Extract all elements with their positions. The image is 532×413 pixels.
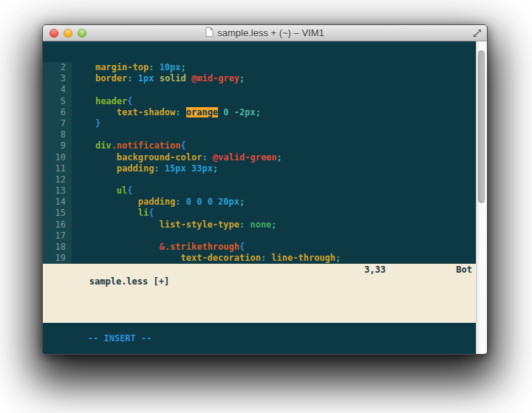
- scrollbar-track[interactable]: [476, 41, 487, 354]
- vim-window: sample.less + (~) – VIM1 2 margin-top: 1…: [42, 24, 488, 355]
- code-text: [72, 84, 74, 95]
- code-text: list-style-type: none;: [72, 219, 277, 231]
- code-line[interactable]: 17: [43, 231, 476, 242]
- line-number: 2: [43, 62, 72, 73]
- titlebar[interactable]: sample.less + (~) – VIM1: [43, 25, 487, 41]
- statusline-scroll-position: Bot: [456, 264, 472, 276]
- vim-commandline: -- INSERT --: [43, 323, 476, 354]
- editor-column: 2 margin-top: 10px;3 border: 1px solid @…: [43, 41, 476, 354]
- code-line[interactable]: 7 }: [43, 118, 476, 129]
- line-number: 18: [43, 242, 72, 253]
- window-title: sample.less + (~) – VIM1: [217, 27, 324, 38]
- document-icon: [205, 27, 214, 39]
- code-line[interactable]: 8: [43, 129, 476, 140]
- code-text: text-shadow: orange 0 -2px;: [72, 107, 261, 118]
- code-text: [72, 231, 74, 242]
- line-number: 17: [43, 231, 72, 242]
- window-title-area: sample.less + (~) – VIM1: [205, 27, 324, 39]
- statusline-filename: sample.less [+]: [89, 276, 169, 287]
- code-line[interactable]: 13 ul{: [43, 185, 476, 197]
- code-text: [72, 129, 74, 140]
- code-line[interactable]: 18 &.strikethrough{: [43, 242, 476, 253]
- code-line[interactable]: 12: [43, 174, 476, 185]
- window-content: 2 margin-top: 10px;3 border: 1px solid @…: [43, 41, 487, 354]
- code-text: }: [72, 118, 100, 129]
- line-number: 13: [43, 185, 72, 197]
- line-number: 14: [43, 197, 72, 208]
- line-number: 10: [43, 152, 72, 163]
- code-line[interactable]: 14 padding: 0 0 0 20px;: [43, 197, 476, 208]
- code-line[interactable]: 9 div.notification{: [43, 140, 476, 151]
- vim-statusline: sample.less [+] 3,33 Bot: [43, 264, 476, 323]
- code-lines: 2 margin-top: 10px;3 border: 1px solid @…: [43, 62, 476, 264]
- line-number: 3: [43, 73, 72, 84]
- line-number: 7: [43, 118, 72, 129]
- search-highlight: orange: [186, 107, 218, 117]
- zoom-button[interactable]: [78, 29, 86, 38]
- code-text: ul{: [72, 185, 132, 197]
- code-text: li{: [72, 208, 154, 219]
- code-line[interactable]: 16 list-style-type: none;: [43, 219, 476, 231]
- close-button[interactable]: [50, 29, 58, 38]
- code-text: margin-top: 10px;: [72, 62, 186, 73]
- code-line[interactable]: 11 padding: 15px 33px;: [43, 163, 476, 174]
- minimize-button[interactable]: [64, 29, 72, 38]
- line-number: 6: [43, 107, 72, 118]
- code-line[interactable]: 5 header{: [43, 96, 476, 107]
- code-text: header{: [72, 96, 133, 107]
- line-number: 8: [43, 129, 72, 140]
- editor[interactable]: 2 margin-top: 10px;3 border: 1px solid @…: [43, 41, 476, 264]
- code-text: padding: 0 0 0 20px;: [72, 197, 245, 208]
- line-number: 11: [43, 163, 72, 174]
- code-text: &.strikethrough{: [72, 242, 245, 253]
- code-line[interactable]: 19 text-decoration: line-through;: [43, 253, 476, 264]
- line-number: 5: [43, 96, 72, 107]
- line-number: 16: [43, 219, 72, 231]
- code-text: [72, 174, 74, 185]
- code-text: text-decoration: line-through;: [72, 253, 341, 264]
- code-line[interactable]: 15 li{: [43, 208, 476, 219]
- line-number: 12: [43, 174, 72, 185]
- code-text: background-color: @valid-green;: [72, 152, 282, 163]
- traffic-lights: [50, 25, 86, 41]
- statusline-cursor-position: 3,33: [364, 264, 386, 276]
- line-number: 9: [43, 140, 72, 151]
- mode-indicator: -- INSERT --: [88, 333, 152, 344]
- line-number: 19: [43, 253, 72, 264]
- code-line[interactable]: 3 border: 1px solid @mid-grey;: [43, 73, 476, 84]
- code-line[interactable]: 2 margin-top: 10px;: [43, 62, 476, 73]
- code-line[interactable]: 6 text-shadow: orange 0 -2px;: [43, 107, 476, 118]
- code-text: border: 1px solid @mid-grey;: [72, 73, 245, 84]
- code-text: div.notification{: [72, 140, 186, 151]
- line-number: 15: [43, 208, 72, 219]
- expand-button[interactable]: [472, 28, 482, 38]
- line-number: 4: [43, 84, 72, 95]
- code-line[interactable]: 4: [43, 84, 476, 95]
- code-line[interactable]: 10 background-color: @valid-green;: [43, 152, 476, 163]
- code-text: padding: 15px 33px;: [72, 163, 218, 174]
- scrollbar-thumb[interactable]: [478, 50, 485, 203]
